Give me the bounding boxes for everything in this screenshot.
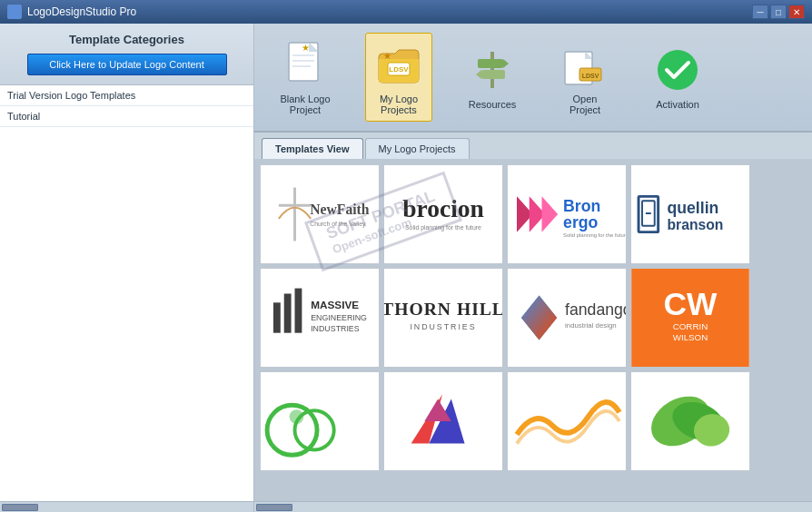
svg-text:branson: branson <box>667 217 723 232</box>
template-card-row3-3[interactable] <box>507 371 627 471</box>
open-project-svg: LDSV <box>561 41 609 88</box>
svg-marker-14 <box>476 70 481 79</box>
templates-horizontal-scrollbar[interactable] <box>254 501 812 512</box>
window-controls: ─ □ ✕ <box>752 5 805 19</box>
icon-blank-logo[interactable]: ★ Blank LogoProject <box>272 34 338 121</box>
row3-logo-3 <box>508 372 626 470</box>
svg-point-20 <box>658 50 698 90</box>
bronergo-logo: Bron ergo Solid planning for the future <box>508 165 626 263</box>
svg-text:ergo: ergo <box>563 213 598 231</box>
svg-rect-44 <box>284 293 292 332</box>
svg-text:WILSON: WILSON <box>673 332 708 342</box>
svg-text:★: ★ <box>383 51 391 61</box>
open-project-icon-box: LDSV <box>559 39 610 90</box>
blank-logo-label: Blank LogoProject <box>280 94 330 115</box>
sidebar-scroll-thumb[interactable] <box>2 504 38 511</box>
svg-text:Church of the Valley: Church of the Valley <box>310 221 366 228</box>
open-project-label: OpenProject <box>569 94 600 115</box>
svg-text:fandango: fandango <box>565 300 626 319</box>
svg-text:★: ★ <box>302 43 310 53</box>
svg-rect-13 <box>481 70 505 79</box>
svg-text:LDSV: LDSV <box>389 65 409 74</box>
template-card-row3-4[interactable] <box>630 371 750 471</box>
svg-text:THORN HILL: THORN HILL <box>384 300 502 319</box>
tab-my-logo-projects[interactable]: My Logo Projects <box>365 138 470 159</box>
templates-grid: SOFT PORTAL Open-soft.com NewFaith Churc… <box>254 159 812 501</box>
update-logo-button[interactable]: Click Here to Update Logo Content <box>27 54 227 75</box>
svg-text:MASSIVE: MASSIVE <box>311 299 359 310</box>
template-card-bronergo[interactable]: Bron ergo Solid planning for the future <box>507 164 627 264</box>
svg-text:INDUSTRIES: INDUSTRIES <box>410 322 476 331</box>
template-card-thornhill[interactable]: THORN HILL INDUSTRIES <box>383 268 503 368</box>
row3-logo-1 <box>261 372 379 470</box>
svg-marker-12 <box>503 59 509 68</box>
row3-logo-2 <box>384 372 502 470</box>
sidebar-title: Template Categories <box>9 33 244 46</box>
resources-svg <box>469 46 516 94</box>
sidebar: Template Categories Click Here to Update… <box>0 24 254 512</box>
svg-text:INDUSTRIES: INDUSTRIES <box>311 324 360 333</box>
fandango-logo: fandango industrial design <box>508 269 626 367</box>
svg-point-64 <box>290 409 304 424</box>
icon-area: ★ Blank LogoProject LDSV ★ <box>254 24 812 133</box>
activation-svg <box>654 46 701 94</box>
icon-activation[interactable]: Activation <box>645 39 710 115</box>
right-content: ★ Blank LogoProject LDSV ★ <box>254 24 812 512</box>
svg-text:LDSV: LDSV <box>582 73 599 79</box>
svg-text:CORRIN: CORRIN <box>673 321 708 331</box>
massive-logo: MASSIVE ENGINEERING INDUSTRIES <box>261 269 379 367</box>
template-card-fandango[interactable]: fandango industrial design <box>507 268 627 368</box>
maximize-button[interactable]: □ <box>770 5 787 19</box>
sidebar-item-tutorial[interactable]: Tutorial <box>0 106 253 127</box>
svg-rect-11 <box>478 59 503 68</box>
icon-resources[interactable]: Resources <box>460 39 525 115</box>
template-card-row3-2[interactable] <box>383 371 503 471</box>
row3-logo-4 <box>631 372 749 470</box>
my-logo-icon-box: LDSV ★ <box>373 39 424 90</box>
templates-scroll-thumb[interactable] <box>256 504 292 511</box>
svg-text:CW: CW <box>664 286 718 321</box>
resources-icon-box <box>467 44 518 95</box>
template-card-corrin[interactable]: CW CORRIN WILSON <box>630 268 750 368</box>
template-card-brocion[interactable]: brocion Solid planning for the future <box>383 164 503 264</box>
sidebar-list: Trial Version Logo Templates Tutorial <box>0 85 253 501</box>
activation-icon-box <box>652 44 703 95</box>
sidebar-item-trial[interactable]: Trial Version Logo Templates <box>0 85 253 106</box>
window-title: LogoDesignStudio Pro <box>27 5 136 18</box>
svg-rect-61 <box>261 372 379 470</box>
sidebar-horizontal-scrollbar[interactable] <box>0 501 253 512</box>
blank-logo-icon-box: ★ <box>280 39 331 90</box>
minimize-button[interactable]: ─ <box>752 5 768 19</box>
svg-text:industrial design: industrial design <box>565 321 617 330</box>
template-card-newfaith[interactable]: NewFaith Church of the Valley <box>260 164 380 264</box>
icon-open-project[interactable]: LDSV OpenProject <box>552 34 618 121</box>
tabs-area: Templates View My Logo Projects <box>254 133 812 159</box>
sidebar-header: Template Categories Click Here to Update… <box>0 24 253 85</box>
template-card-quellin[interactable]: quellin branson <box>630 164 750 264</box>
main-layout: Template Categories Click Here to Update… <box>0 24 812 512</box>
tab-templates-view[interactable]: Templates View <box>262 138 363 159</box>
title-bar: LogoDesignStudio Pro ─ □ ✕ <box>0 0 812 24</box>
svg-text:Solid planning for the future: Solid planning for the future <box>405 224 481 231</box>
brocion-logo: brocion Solid planning for the future <box>384 165 502 263</box>
icon-my-logo[interactable]: LDSV ★ My LogoProjects <box>365 33 432 122</box>
newfaith-logo: NewFaith Church of the Valley <box>261 165 379 263</box>
svg-rect-45 <box>295 289 302 333</box>
activation-label: Activation <box>656 99 699 110</box>
svg-rect-43 <box>273 302 281 332</box>
quellin-logo: quellin branson <box>631 165 749 263</box>
template-card-row3-1[interactable] <box>260 371 380 471</box>
svg-text:brocion: brocion <box>402 195 484 222</box>
svg-text:Solid planning for the future: Solid planning for the future <box>563 232 626 238</box>
resources-label: Resources <box>469 99 517 110</box>
svg-text:ENGINEERING: ENGINEERING <box>311 313 367 322</box>
my-logo-label: My LogoProjects <box>380 94 418 115</box>
corrin-logo: CW CORRIN WILSON <box>631 269 749 367</box>
svg-text:quellin: quellin <box>667 199 718 217</box>
svg-text:NewFaith: NewFaith <box>310 202 370 217</box>
my-logo-svg: LDSV ★ <box>375 41 422 88</box>
thornhill-logo: THORN HILL INDUSTRIES <box>384 269 502 367</box>
close-button[interactable]: ✕ <box>788 5 805 19</box>
app-icon <box>7 5 22 19</box>
template-card-massive[interactable]: MASSIVE ENGINEERING INDUSTRIES <box>260 268 380 368</box>
